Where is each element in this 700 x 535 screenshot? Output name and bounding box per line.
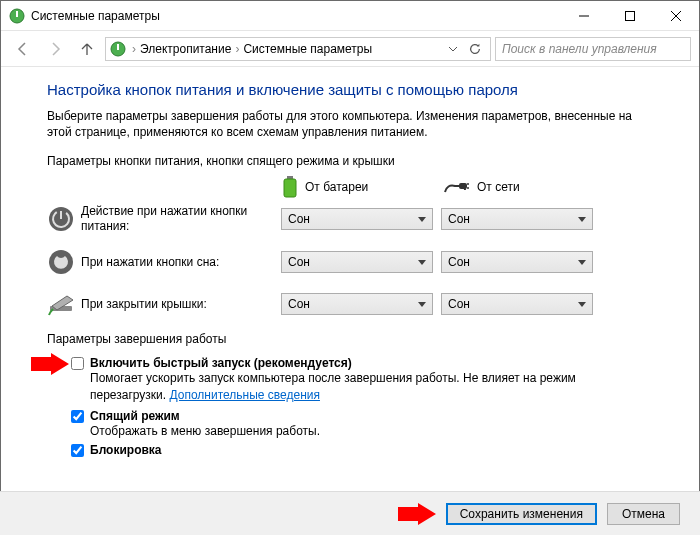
col-battery: От батареи xyxy=(283,176,435,198)
lid-close-row: При закрытии крышки: Сон Сон xyxy=(47,290,653,318)
buttons-section-label: Параметры кнопки питания, кнопки спящего… xyxy=(47,154,653,168)
plug-icon xyxy=(443,180,469,194)
save-button[interactable]: Сохранить изменения xyxy=(446,503,597,525)
breadcrumb-item[interactable]: Системные параметры xyxy=(243,42,372,56)
red-arrow-icon xyxy=(31,353,69,375)
page-heading: Настройка кнопок питания и включение защ… xyxy=(47,81,653,98)
row-label: При закрытии крышки: xyxy=(81,297,281,312)
power-button-row: Действие при нажатии кнопки питания: Сон… xyxy=(47,204,653,234)
sleep-checkbox[interactable] xyxy=(71,410,84,423)
chevron-down-icon[interactable] xyxy=(448,44,458,54)
red-arrow-icon xyxy=(398,503,436,525)
power-button-plugged-select[interactable]: Сон xyxy=(441,208,593,230)
lock-row: Блокировка xyxy=(71,443,653,457)
svg-rect-7 xyxy=(117,44,119,50)
chevron-right-icon: › xyxy=(130,42,138,56)
svg-rect-10 xyxy=(459,183,467,189)
fast-startup-checkbox[interactable] xyxy=(71,357,84,370)
search-placeholder: Поиск в панели управления xyxy=(502,42,657,56)
minimize-button[interactable] xyxy=(561,1,607,30)
maximize-button[interactable] xyxy=(607,1,653,30)
more-info-link[interactable]: Дополнительные сведения xyxy=(169,388,319,402)
svg-rect-1 xyxy=(16,11,18,17)
title-bar: Системные параметры xyxy=(1,1,699,31)
sleep-button-row: При нажатии кнопки сна: Сон Сон xyxy=(47,248,653,276)
laptop-lid-icon xyxy=(47,290,75,318)
content-area: Настройка кнопок питания и включение защ… xyxy=(1,67,699,471)
sleep-mode-row: Спящий режим Отображать в меню завершени… xyxy=(71,409,653,439)
sleep-desc: Отображать в меню завершения работы. xyxy=(90,423,653,439)
svg-marker-19 xyxy=(398,503,436,525)
lock-checkbox[interactable] xyxy=(71,444,84,457)
breadcrumb[interactable]: › Электропитание › Системные параметры xyxy=(105,37,491,61)
row-label: Действие при нажатии кнопки питания: xyxy=(81,204,281,234)
back-button[interactable] xyxy=(9,35,37,63)
sleep-button-battery-select[interactable]: Сон xyxy=(281,251,433,273)
footer: Сохранить изменения Отмена xyxy=(0,491,700,535)
column-headers: От батареи От сети xyxy=(283,176,653,198)
power-button-battery-select[interactable]: Сон xyxy=(281,208,433,230)
navigation-bar: › Электропитание › Системные параметры П… xyxy=(1,31,699,67)
row-label: При нажатии кнопки сна: xyxy=(81,255,281,270)
col-plugged: От сети xyxy=(443,176,595,198)
window-title: Системные параметры xyxy=(31,9,561,23)
fast-startup-desc: Помогает ускорить запуск компьютера посл… xyxy=(90,370,653,402)
close-button[interactable] xyxy=(653,1,699,30)
svg-rect-9 xyxy=(284,179,296,197)
svg-marker-18 xyxy=(31,353,69,375)
search-input[interactable]: Поиск в панели управления xyxy=(495,37,691,61)
sleep-title: Спящий режим xyxy=(90,409,653,423)
app-icon xyxy=(9,8,25,24)
fast-startup-title: Включить быстрый запуск (рекомендуется) xyxy=(90,356,653,370)
lock-title: Блокировка xyxy=(90,443,653,457)
breadcrumb-item[interactable]: Электропитание xyxy=(140,42,231,56)
forward-button[interactable] xyxy=(41,35,69,63)
chevron-right-icon: › xyxy=(233,42,241,56)
power-options-icon xyxy=(110,41,126,57)
shutdown-section-label: Параметры завершения работы xyxy=(47,332,653,346)
battery-icon xyxy=(283,176,297,198)
sleep-icon xyxy=(47,248,75,276)
sleep-button-plugged-select[interactable]: Сон xyxy=(441,251,593,273)
fast-startup-row: Включить быстрый запуск (рекомендуется) … xyxy=(71,356,653,402)
lid-plugged-select[interactable]: Сон xyxy=(441,293,593,315)
power-icon xyxy=(47,205,75,233)
refresh-button[interactable] xyxy=(464,38,486,60)
cancel-button[interactable]: Отмена xyxy=(607,503,680,525)
up-button[interactable] xyxy=(73,35,101,63)
svg-rect-3 xyxy=(626,11,635,20)
page-intro: Выберите параметры завершения работы для… xyxy=(47,108,653,140)
lid-battery-select[interactable]: Сон xyxy=(281,293,433,315)
